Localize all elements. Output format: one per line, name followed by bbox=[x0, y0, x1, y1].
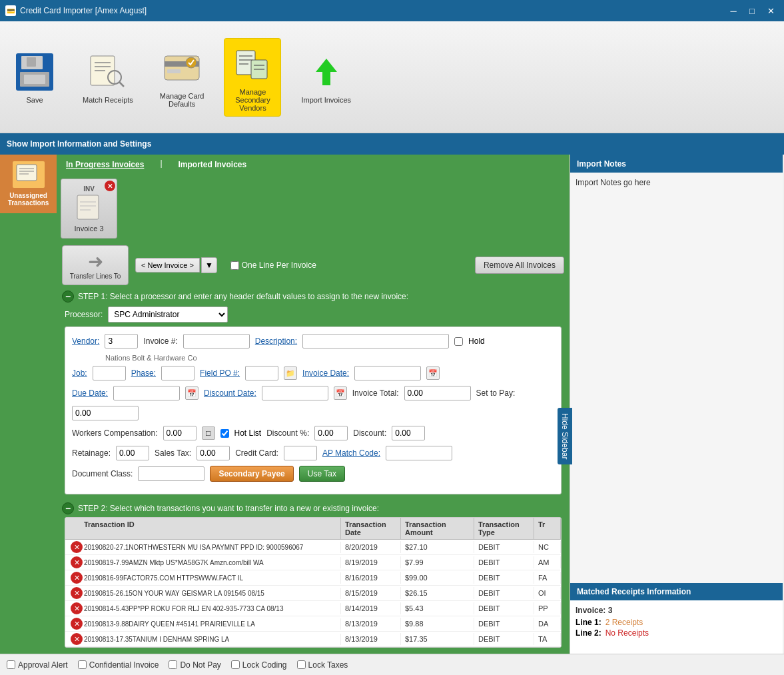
step1-section: − STEP 1: Select a processor and enter a… bbox=[57, 288, 570, 500]
phase-input[interactable] bbox=[161, 366, 195, 380]
cell-tr: AM bbox=[534, 556, 561, 568]
processor-select[interactable]: SPC Administrator bbox=[108, 307, 228, 323]
cell-tr: PP bbox=[534, 602, 561, 614]
ap-match-input[interactable] bbox=[386, 446, 452, 460]
hold-label: Hold bbox=[468, 337, 485, 346]
invoice-total-input[interactable] bbox=[404, 386, 471, 400]
in-progress-tab[interactable]: In Progress Invoices bbox=[63, 159, 147, 171]
processor-row: Processor: SPC Administrator bbox=[65, 307, 562, 323]
table-row[interactable]: ✕ 20190814-5.43PP*PP ROKU FOR RLJ EN 402… bbox=[65, 601, 561, 616]
invoice-date-calendar-button[interactable]: 📅 bbox=[426, 366, 440, 380]
invoices-header: In Progress Invoices | Imported Invoices bbox=[57, 155, 570, 175]
new-invoice-button[interactable]: < New Invoice > bbox=[135, 258, 200, 273]
cell-amount: $9.88 bbox=[401, 618, 474, 630]
table-row[interactable]: ✕ 20190813-17.35TANIUM I DENHAM SPRING L… bbox=[65, 632, 561, 647]
step2-collapse-button[interactable]: − bbox=[62, 502, 74, 514]
lock-taxes-checkbox[interactable] bbox=[297, 660, 306, 669]
cell-type: DEBIT bbox=[474, 556, 534, 568]
set-to-pay-input[interactable] bbox=[72, 406, 139, 420]
step2-header-text: STEP 2: Select which transactions you wa… bbox=[78, 504, 379, 513]
vendor-name: Nations Bolt & Hardware Co bbox=[105, 354, 554, 362]
save-button[interactable]: Save bbox=[7, 47, 63, 108]
invoice-date-input[interactable] bbox=[354, 366, 421, 380]
lock-taxes-label: Lock Taxes bbox=[308, 660, 348, 670]
approval-alert-checkbox[interactable] bbox=[7, 660, 15, 669]
svg-rect-4 bbox=[24, 75, 45, 84]
due-date-calendar-button[interactable]: 📅 bbox=[185, 386, 198, 400]
table-row[interactable]: ✕ 20190816-99FACTOR75.COM HTTPSWWW.FACT … bbox=[65, 570, 561, 586]
minimize-button[interactable]: ─ bbox=[725, 4, 741, 17]
secondary-vendors-label: ManageSecondaryVendors bbox=[235, 88, 270, 112]
workers-comp-input[interactable] bbox=[163, 426, 196, 440]
import-invoices-button[interactable]: Import Invoices bbox=[294, 47, 358, 108]
vendor-input[interactable] bbox=[105, 334, 138, 348]
confidential-checkbox[interactable] bbox=[78, 660, 87, 669]
secondary-vendors-button[interactable]: ManageSecondaryVendors bbox=[224, 38, 281, 117]
description-input[interactable] bbox=[302, 334, 449, 348]
show-import-bar[interactable]: Show Import Information and Settings bbox=[0, 133, 784, 155]
transfer-lines-button[interactable]: ➜ Transfer Lines To bbox=[62, 245, 129, 285]
workers-comp-button[interactable]: □ bbox=[202, 426, 215, 440]
form-row-6: Document Class: Secondary Payee Use Tax bbox=[72, 466, 554, 482]
invoice-date-label[interactable]: Invoice Date: bbox=[302, 368, 349, 378]
hide-sidebar-tab[interactable]: Hide Sidebar bbox=[558, 408, 572, 464]
step1-header-text: STEP 1: Select a processor and enter any… bbox=[78, 292, 408, 301]
discount-input[interactable] bbox=[392, 426, 425, 440]
job-label[interactable]: Job: bbox=[72, 368, 87, 378]
maximize-button[interactable]: □ bbox=[744, 4, 760, 17]
due-date-label[interactable]: Due Date: bbox=[72, 388, 108, 398]
field-po-label[interactable]: Field PO #: bbox=[200, 368, 240, 378]
due-date-input[interactable] bbox=[113, 386, 180, 400]
hold-checkbox[interactable] bbox=[454, 337, 463, 346]
phase-label[interactable]: Phase: bbox=[131, 368, 156, 378]
discount-date-input[interactable] bbox=[262, 386, 328, 400]
cell-id: 20190816-99FACTOR75.COM HTTPSWWW.FACT IL bbox=[80, 572, 341, 584]
imported-tab[interactable]: Imported Invoices bbox=[176, 159, 250, 171]
discount-date-calendar-button[interactable]: 📅 bbox=[334, 386, 347, 400]
close-button[interactable]: ✕ bbox=[763, 4, 779, 17]
one-line-checkbox[interactable] bbox=[230, 261, 239, 270]
field-po-folder-button[interactable]: 📁 bbox=[284, 366, 297, 380]
processor-label: Processor: bbox=[65, 310, 103, 319]
field-po-input[interactable] bbox=[245, 366, 278, 380]
app-icon: 💳 bbox=[5, 5, 16, 16]
discount-date-label[interactable]: Discount Date: bbox=[204, 388, 256, 398]
use-tax-button[interactable]: Use Tax bbox=[299, 466, 345, 482]
table-row[interactable]: ✕ 20190815-26.15ON YOUR WAY GEISMAR LA 0… bbox=[65, 586, 561, 601]
secondary-payee-button[interactable]: Secondary Payee bbox=[210, 466, 293, 482]
credit-card-input[interactable] bbox=[284, 446, 317, 460]
invoice-close-button[interactable]: ✕ bbox=[105, 181, 115, 191]
doc-class-input[interactable] bbox=[138, 466, 204, 481]
invoice-num-input[interactable] bbox=[183, 334, 250, 348]
step1-collapse-button[interactable]: − bbox=[62, 291, 74, 303]
hot-list-checkbox[interactable] bbox=[220, 429, 229, 438]
new-invoice-dropdown-button[interactable]: ▼ bbox=[201, 257, 217, 273]
col-transaction-type: Transaction Type bbox=[474, 518, 534, 539]
manage-card-button[interactable]: Manage CardDefaults bbox=[153, 43, 211, 112]
line2-label: Line 2: bbox=[576, 628, 601, 638]
table-header: Transaction ID Transaction Date Transact… bbox=[65, 518, 561, 540]
svg-rect-2 bbox=[27, 57, 36, 67]
do-not-pay-checkbox[interactable] bbox=[169, 660, 177, 669]
remove-all-button[interactable]: Remove All Invoices bbox=[475, 257, 564, 274]
table-row[interactable]: ✕ 20190813-9.88DAIRY QUEEN #45141 PRAIRI… bbox=[65, 616, 561, 632]
import-notes-textarea[interactable]: Import Notes go here bbox=[576, 178, 777, 218]
vendor-label[interactable]: Vendor: bbox=[72, 337, 99, 346]
sales-tax-input[interactable] bbox=[196, 446, 230, 460]
table-row[interactable]: ✕ 20190820-27.1NORTHWESTERN MU ISA PAYMN… bbox=[65, 540, 561, 555]
lock-coding-checkbox[interactable] bbox=[231, 660, 240, 669]
job-input[interactable] bbox=[93, 366, 126, 380]
right-sidebar: Import Notes Import Notes go here Hide S… bbox=[570, 155, 783, 654]
retainage-input[interactable] bbox=[116, 446, 149, 460]
discount-pct-input[interactable] bbox=[314, 426, 348, 440]
table-row[interactable]: ✕ 20190819-7.99AMZN Mktp US*MA58G7K Amzn… bbox=[65, 555, 561, 570]
match-receipts-button[interactable]: Match Receipts bbox=[76, 47, 140, 108]
cell-id: 20190820-27.1NORTHWESTERN MU ISA PAYMNT … bbox=[80, 542, 341, 553]
ap-match-label[interactable]: AP Match Code: bbox=[322, 448, 380, 458]
lock-coding-check: Lock Coding bbox=[231, 660, 287, 670]
invoice-3-card[interactable]: INV ✕ Invoice 3 bbox=[61, 179, 117, 239]
description-label[interactable]: Description: bbox=[255, 337, 297, 346]
cell-type: DEBIT bbox=[474, 633, 534, 645]
unassigned-transactions-button[interactable]: UnassignedTransactions bbox=[0, 155, 57, 213]
line1-value: 2 Receipts bbox=[605, 618, 643, 627]
